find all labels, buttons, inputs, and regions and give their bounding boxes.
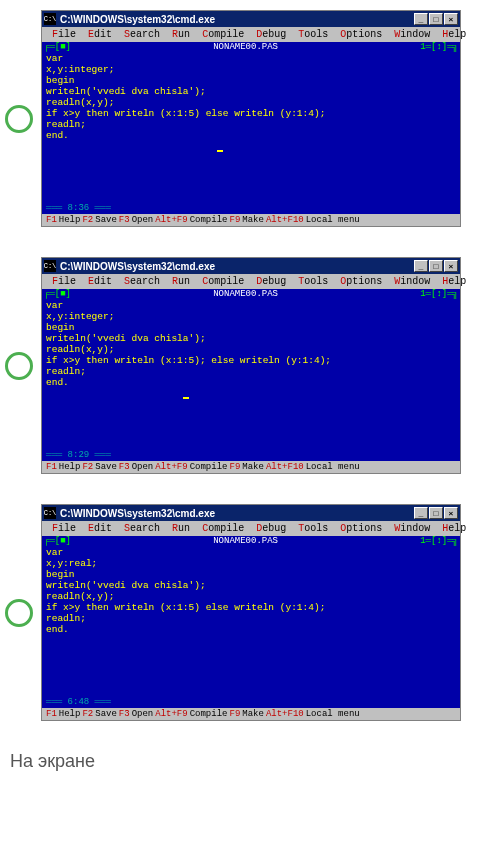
menu-edit[interactable]: Edit [82,275,118,288]
window-title: C:\WINDOWS\system32\cmd.exe [60,14,215,25]
statusbar: F1 Help F2 Save F3 Open Alt+F9 Compile F… [42,214,460,226]
f3-key[interactable]: F3 [119,462,130,472]
statusbar: F1 Help F2 Save F3 Open Alt+F9 Compile F… [42,461,460,473]
editor-right-marker: 1═[↕]═╗ [420,42,458,53]
editor-filename: NONAME00.PAS [71,536,420,547]
maximize-button[interactable]: □ [429,13,443,25]
menu-window[interactable]: Window [388,28,436,41]
statusbar: F1 Help F2 Save F3 Open Alt+F9 Compile F… [42,708,460,720]
menu-options[interactable]: Options [334,275,388,288]
radio-option-2[interactable] [5,352,33,380]
editor-left-marker: ╒═[■] [44,42,71,53]
menu-run[interactable]: Run [166,522,196,535]
f1-key[interactable]: F1 [46,215,57,225]
window-title: C:\WINDOWS\system32\cmd.exe [60,508,215,519]
f2-key[interactable]: F2 [82,215,93,225]
menu-compile[interactable]: Compile [196,28,250,41]
menu-window[interactable]: Window [388,522,436,535]
close-button[interactable]: × [444,260,458,272]
menu-tools[interactable]: Tools [292,522,334,535]
close-button[interactable]: × [444,13,458,25]
menu-edit[interactable]: Edit [82,28,118,41]
f3-key[interactable]: F3 [119,215,130,225]
maximize-button[interactable]: □ [429,507,443,519]
cmd-icon: C:\ [44,507,56,519]
editor-left-marker: ╒═[■] [44,289,71,300]
f3-key[interactable]: F3 [119,709,130,719]
code-editor[interactable]: var x,y:integer; begin writeln('vvedi dv… [42,53,460,203]
altf10-key[interactable]: Alt+F10 [266,709,304,719]
maximize-button[interactable]: □ [429,260,443,272]
cmd-icon: C:\ [44,260,56,272]
f9-key[interactable]: F9 [229,462,240,472]
altf9-key[interactable]: Alt+F9 [155,215,187,225]
menu-help[interactable]: Help [436,275,472,288]
menu-search[interactable]: Search [118,28,166,41]
cursor-position: ═══ 8:29 ═══ [42,450,460,461]
menu-tools[interactable]: Tools [292,275,334,288]
editor-left-marker: ╒═[■] [44,536,71,547]
editor-filename: NONAME00.PAS [71,289,420,300]
menubar: File Edit Search Run Compile Debug Tools… [42,27,460,42]
cmd-window-2: C:\ C:\WINDOWS\system32\cmd.exe _ □ × Fi… [41,257,461,474]
titlebar: C:\ C:\WINDOWS\system32\cmd.exe _ □ × [42,505,460,521]
titlebar: C:\ C:\WINDOWS\system32\cmd.exe _ □ × [42,258,460,274]
close-button[interactable]: × [444,507,458,519]
menu-options[interactable]: Options [334,28,388,41]
cursor [217,150,223,152]
menu-compile[interactable]: Compile [196,275,250,288]
menu-search[interactable]: Search [118,275,166,288]
editor-right-marker: 1═[↕]═╗ [420,289,458,300]
menu-run[interactable]: Run [166,28,196,41]
f1-key[interactable]: F1 [46,462,57,472]
cmd-window-1: C:\ C:\WINDOWS\system32\cmd.exe _ □ × Fi… [41,10,461,227]
minimize-button[interactable]: _ [414,507,428,519]
menu-run[interactable]: Run [166,275,196,288]
cursor-position: ═══ 8:36 ═══ [42,203,460,214]
cmd-icon: C:\ [44,13,56,25]
menu-options[interactable]: Options [334,522,388,535]
menu-file[interactable]: File [46,522,82,535]
editor-right-marker: 1═[↕]═╗ [420,536,458,547]
f2-key[interactable]: F2 [82,462,93,472]
menu-edit[interactable]: Edit [82,522,118,535]
code-editor[interactable]: var x,y:integer; begin writeln('vvedi dv… [42,300,460,450]
altf9-key[interactable]: Alt+F9 [155,462,187,472]
question-text: На экране [10,751,490,772]
radio-option-1[interactable] [5,105,33,133]
menu-file[interactable]: File [46,28,82,41]
menu-file[interactable]: File [46,275,82,288]
minimize-button[interactable]: _ [414,260,428,272]
altf10-key[interactable]: Alt+F10 [266,462,304,472]
menu-window[interactable]: Window [388,275,436,288]
window-title: C:\WINDOWS\system32\cmd.exe [60,261,215,272]
altf10-key[interactable]: Alt+F10 [266,215,304,225]
cmd-window-3: C:\ C:\WINDOWS\system32\cmd.exe _ □ × Fi… [41,504,461,721]
titlebar: C:\ C:\WINDOWS\system32\cmd.exe _ □ × [42,11,460,27]
menu-debug[interactable]: Debug [250,275,292,288]
f9-key[interactable]: F9 [229,709,240,719]
code-editor[interactable]: var x,y:real; begin writeln('vvedi dva c… [42,547,460,697]
cursor-position: ═══ 6:48 ═══ [42,697,460,708]
radio-option-3[interactable] [5,599,33,627]
cursor [183,397,189,399]
menubar: File Edit Search Run Compile Debug Tools… [42,274,460,289]
f1-key[interactable]: F1 [46,709,57,719]
menu-help[interactable]: Help [436,522,472,535]
minimize-button[interactable]: _ [414,13,428,25]
f2-key[interactable]: F2 [82,709,93,719]
menu-tools[interactable]: Tools [292,28,334,41]
menu-help[interactable]: Help [436,28,472,41]
editor-filename: NONAME00.PAS [71,42,420,53]
menu-debug[interactable]: Debug [250,522,292,535]
menu-debug[interactable]: Debug [250,28,292,41]
menu-compile[interactable]: Compile [196,522,250,535]
altf9-key[interactable]: Alt+F9 [155,709,187,719]
menubar: File Edit Search Run Compile Debug Tools… [42,521,460,536]
menu-search[interactable]: Search [118,522,166,535]
f9-key[interactable]: F9 [229,215,240,225]
